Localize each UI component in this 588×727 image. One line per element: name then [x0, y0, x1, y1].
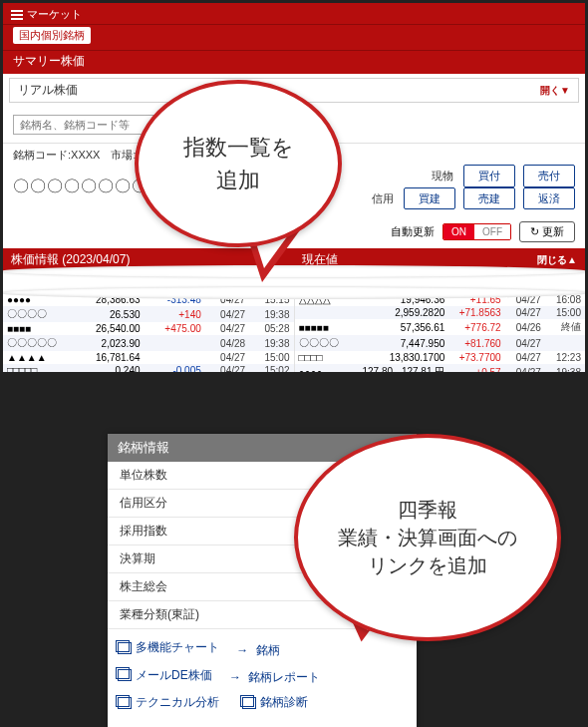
arrow-icon: → [229, 670, 241, 684]
quote-row[interactable]: ▲▲▲▲16,781.6404/2715:00 [3, 351, 294, 364]
price-info-header: 株価情報 (2023/04/07) [11, 252, 130, 266]
menu-icon[interactable] [11, 10, 23, 20]
callout-shikiho: 四季報業績・決算画面へのリンクを追加 [294, 434, 561, 641]
quote-row[interactable]: 〇〇〇〇7,447.950+81.76004/27 [295, 335, 586, 351]
toggle-on: ON [443, 224, 474, 239]
realtime-label: リアル株価 [18, 82, 78, 99]
quote-row[interactable]: 〇〇〇〇26.530+14004/2719:38 [3, 306, 294, 322]
quote-table-left: ●●●●28,386.63-313.4804/2715:15〇〇〇〇26.530… [3, 293, 294, 372]
newwin-icon [118, 642, 132, 654]
stock-name-symbol: 〇〇〇〇〇〇〇〇 [13, 177, 148, 197]
buy-button[interactable]: 買付 [463, 165, 515, 187]
arrow-icon: → [236, 643, 248, 657]
quote-row[interactable]: □□□□□0.240-0.00504/2715:02 [3, 364, 294, 372]
newwin-icon [118, 669, 132, 681]
diagnosis-link[interactable]: 銘柄診断 [242, 694, 308, 711]
collapse-toggle[interactable]: 閉じる▲ [537, 253, 577, 267]
trade-margin-label: 信用 [372, 189, 394, 208]
trade-spot-label: 現物 [432, 167, 453, 185]
repay-button[interactable]: 返済 [523, 187, 575, 210]
stock-link-a[interactable]: 銘柄 [256, 642, 280, 659]
mail-de-link[interactable]: メールDE株価 [118, 667, 212, 684]
filter-chip[interactable]: 国内個別銘柄 [13, 27, 91, 44]
quote-table-right: △△△△19,946.36+11.6504/2716:082,959.2820+… [295, 293, 586, 372]
report-link[interactable]: 銘柄レポート [248, 669, 320, 686]
quote-row[interactable]: ■■■■26,540.00+475.0004/2705:28 [3, 322, 294, 335]
detail-links: 多機能チャート → 銘柄 メールDE株価 → 銘柄レポート テクニカル分析 銘柄… [108, 629, 417, 721]
quote-row[interactable]: 2,959.2820+71.856304/2715:00 [295, 306, 586, 319]
multi-chart-link[interactable]: 多機能チャート [118, 639, 219, 656]
refresh-button[interactable]: ↻更新 [519, 221, 575, 242]
technical-link[interactable]: テクニカル分析 [118, 694, 219, 711]
quote-row[interactable]: 〇〇〇〇〇2,023.9004/2819:38 [3, 335, 294, 351]
open-toggle[interactable]: 開く▼ [540, 84, 570, 98]
market-sub: 国内個別銘柄 [3, 25, 585, 50]
quote-row[interactable]: ●●●●127.80 - 127.81 円+0.5704/2719:38 [295, 364, 586, 372]
quote-row[interactable]: □□□□13,830.1700+73.770004/2712:23 [295, 351, 586, 364]
toggle-off: OFF [474, 224, 510, 239]
sell-button[interactable]: 売付 [523, 165, 575, 187]
autoupdate-toggle[interactable]: ON OFF [442, 223, 511, 240]
market-header: マーケット [3, 3, 585, 25]
quote-row[interactable]: ■■■■■57,356.61+776.7204/26終値 [295, 319, 586, 335]
margin-sell-button[interactable]: 売建 [463, 187, 515, 210]
margin-buy-button[interactable]: 買建 [404, 187, 455, 210]
callout-index-list: 指数一覧を追加 [135, 80, 342, 247]
market-title: マーケット [27, 7, 82, 22]
summary-bar: サマリー株価 [3, 50, 585, 74]
newwin-icon [242, 697, 256, 709]
newwin-icon [118, 697, 132, 709]
autoupdate-label: 自動更新 [391, 224, 435, 239]
refresh-icon: ↻ [530, 225, 539, 238]
